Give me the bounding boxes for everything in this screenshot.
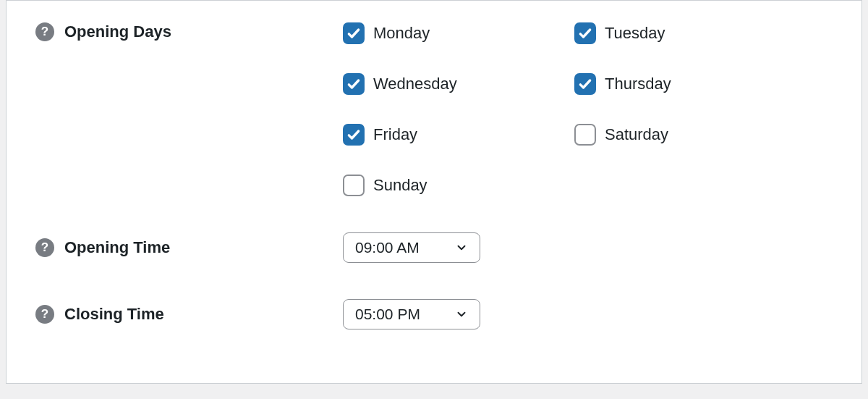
checkbox-box [343,22,365,44]
opening-days-row: ? Opening Days Monday Tuesday [35,22,833,196]
checkbox-thursday[interactable]: Thursday [574,73,806,95]
checkbox-label: Friday [373,125,417,144]
chevron-down-icon [455,308,468,321]
opening-days-input-col: Monday Tuesday Wednesday [343,22,833,196]
opening-time-label-col: ? Opening Time [35,238,343,257]
checkbox-box [574,124,596,146]
closing-time-value: 05:00 PM [355,306,420,323]
closing-time-label-col: ? Closing Time [35,305,343,324]
check-icon [578,26,592,41]
help-icon[interactable]: ? [35,22,54,41]
checkbox-saturday[interactable]: Saturday [574,124,806,146]
checkbox-box [574,22,596,44]
opening-time-select[interactable]: 09:00 AM [343,232,480,263]
checkbox-monday[interactable]: Monday [343,22,574,44]
opening-time-label: Opening Time [64,238,170,257]
checkbox-box [574,73,596,95]
checkbox-label: Sunday [373,176,427,195]
checkbox-box [343,73,365,95]
settings-panel: ? Opening Days Monday Tuesday [6,0,862,384]
check-icon [346,127,361,142]
checkbox-label: Monday [373,24,430,43]
checkbox-label: Wednesday [373,75,457,93]
closing-time-label: Closing Time [64,305,164,324]
opening-time-value: 09:00 AM [355,239,420,256]
checkbox-label: Saturday [605,125,668,144]
opening-days-label-col: ? Opening Days [35,22,343,41]
check-icon [346,77,361,91]
closing-time-select[interactable]: 05:00 PM [343,299,480,329]
checkbox-friday[interactable]: Friday [343,124,574,146]
help-icon[interactable]: ? [35,305,54,324]
opening-days-label: Opening Days [64,22,171,41]
checkbox-sunday[interactable]: Sunday [343,175,574,196]
check-icon [346,26,361,41]
checkbox-tuesday[interactable]: Tuesday [574,22,806,44]
opening-time-row: ? Opening Time 09:00 AM [35,232,833,263]
help-icon[interactable]: ? [35,238,54,257]
checkbox-box [343,124,365,146]
closing-time-input-col: 05:00 PM [343,299,833,329]
closing-time-row: ? Closing Time 05:00 PM [35,299,833,329]
checkbox-label: Thursday [605,75,671,93]
checkbox-label: Tuesday [605,24,665,43]
chevron-down-icon [455,241,468,254]
checkbox-box [343,175,365,196]
days-grid: Monday Tuesday Wednesday [343,22,833,196]
check-icon [578,77,592,91]
opening-time-input-col: 09:00 AM [343,232,833,263]
checkbox-wednesday[interactable]: Wednesday [343,73,574,95]
